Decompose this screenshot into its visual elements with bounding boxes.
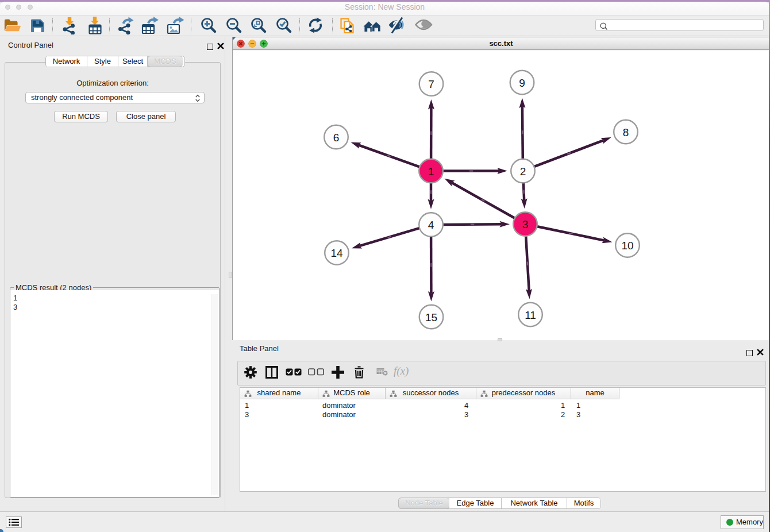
svg-text:2: 2 — [520, 165, 526, 178]
svg-text:f(x): f(x) — [394, 365, 409, 377]
svg-text:9: 9 — [519, 77, 525, 89]
svg-text:1: 1 — [428, 165, 434, 178]
svg-text:6: 6 — [333, 132, 340, 144]
svg-text:7: 7 — [428, 78, 434, 90]
svg-text:4: 4 — [428, 219, 434, 231]
svg-text:10: 10 — [621, 240, 633, 252]
svg-text:14: 14 — [330, 247, 343, 259]
svg-text:8: 8 — [623, 126, 629, 138]
svg-text:15: 15 — [425, 311, 437, 323]
svg-text:3: 3 — [522, 218, 529, 230]
svg-text:11: 11 — [525, 309, 536, 321]
